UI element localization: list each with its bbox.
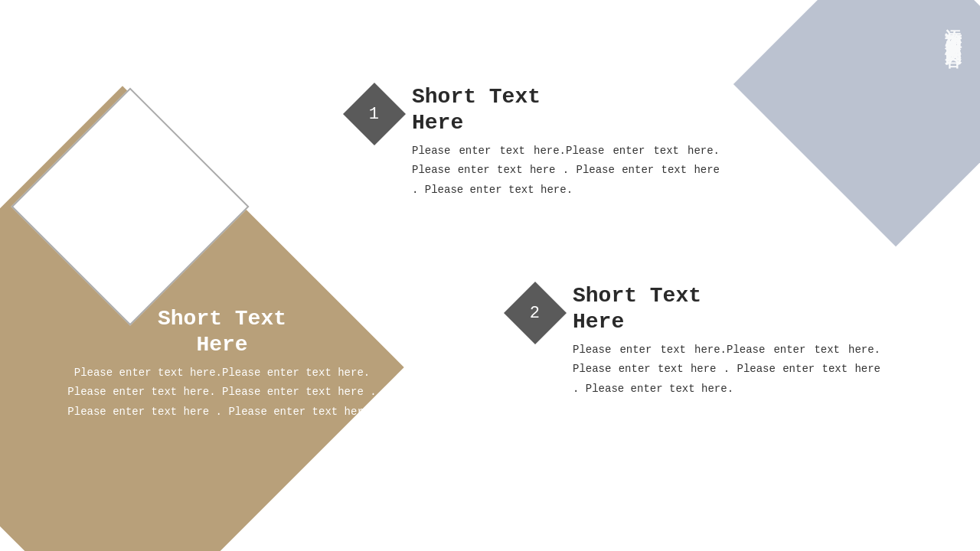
item-left-body: Please enter text here.Please enter text… <box>61 364 383 422</box>
item-1-title: Short Text Here <box>412 84 720 135</box>
item-2-title: Short Text Here <box>573 283 880 334</box>
item-left-block: Short Text Here Please enter text here.P… <box>61 306 383 422</box>
item-1-badge: 1 <box>343 83 406 145</box>
item-2-block: 2 Short Text Here Please enter text here… <box>513 283 880 399</box>
item-left-title: Short Text Here <box>61 306 383 357</box>
content-area: 1 Short Text Here Please enter text here… <box>0 0 980 551</box>
item-2-number: 2 <box>530 303 540 322</box>
item-2-badge: 2 <box>504 282 567 344</box>
item-2-body: Please enter text here.Please enter text… <box>573 341 880 399</box>
item-1-text-block: Short Text Here Please enter text here.P… <box>412 84 720 200</box>
item-1-block: 1 Short Text Here Please enter text here… <box>352 84 720 200</box>
item-1-number: 1 <box>369 104 379 123</box>
item-1-body: Please enter text here.Please enter text… <box>412 142 720 200</box>
item-2-text-block: Short Text Here Please enter text here.P… <box>573 283 880 399</box>
